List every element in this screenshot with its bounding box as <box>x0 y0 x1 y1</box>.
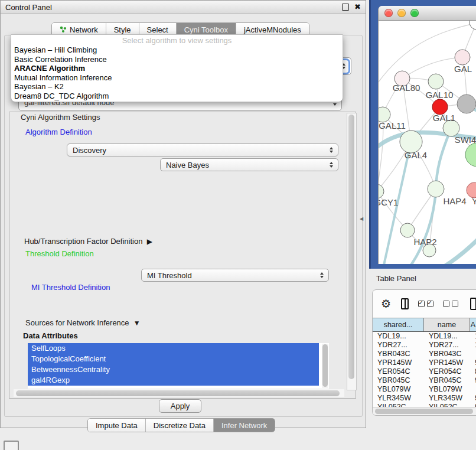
node-label-gal10: GAL10 <box>426 90 454 100</box>
expander-arrow-icon[interactable]: ▶ <box>147 237 152 246</box>
table-panel: ⚙ shared...nameA YDL19...YDL19...13YDR27… <box>372 289 476 416</box>
control-panel-titlebar[interactable]: Control Panel ✖ <box>1 1 366 14</box>
aracne-mode-combo[interactable]: Discovery <box>67 144 338 156</box>
algorithm-option-mutual-information-inference[interactable]: Mutual Information Inference <box>11 73 343 83</box>
table-row[interactable]: YPR145WYPR145W9. <box>373 358 476 367</box>
network-node[interactable] <box>470 21 476 30</box>
table-horizontal-scrollbar[interactable] <box>373 407 476 416</box>
deselect-columns-icon[interactable] <box>443 301 458 307</box>
table-cell <box>470 350 476 358</box>
node-label-gcy1: GCY1 <box>379 197 398 207</box>
close-traffic-light-icon[interactable] <box>384 9 393 17</box>
which-threshold-combo[interactable]: MI Threshold <box>141 269 329 282</box>
desktop: Control Panel ✖ NetworkStyleSelectCyni T… <box>0 0 476 450</box>
network-edge <box>442 229 476 264</box>
network-node-gal[interactable] <box>455 50 470 65</box>
node-label-gal: GAL <box>454 64 472 74</box>
table-row[interactable]: YER054CYER054C8. <box>373 367 476 376</box>
attribute-item-betweennesscentrality[interactable]: BetweennessCentrality <box>28 364 319 375</box>
table-cell: YER054C <box>424 367 470 376</box>
node-label-gal80: GAL80 <box>393 83 420 93</box>
network-node[interactable] <box>465 143 476 167</box>
table-cell: YLR345W <box>373 394 424 403</box>
zoom-traffic-light-icon[interactable] <box>410 9 419 17</box>
document-icon[interactable] <box>470 298 476 310</box>
minimized-panel-icon[interactable] <box>4 441 19 450</box>
gear-icon[interactable]: ⚙ <box>381 297 391 311</box>
data-attributes-list[interactable]: SelfLoopsTopologicalCoefficientBetweenne… <box>28 343 329 389</box>
threshold-definition-title: Threshold Definition <box>23 250 96 257</box>
node-label-hap2: HAP2 <box>413 237 436 247</box>
attribute-item-selfloops[interactable]: SelfLoops <box>28 343 319 354</box>
network-node[interactable] <box>457 94 476 113</box>
network-window[interactable]: GALGAL80GAL10GAL1GAL11SWI4GAL4GCY1HAP4YH… <box>378 6 476 264</box>
tab-impute-data[interactable]: Impute Data <box>88 419 145 432</box>
network-node-hap4[interactable] <box>428 181 444 197</box>
network-node-hap2[interactable] <box>400 223 415 237</box>
hub-definition-expander[interactable]: Hub/Transcription Factor Definition ▶ <box>24 237 152 246</box>
table-cell: 12 <box>470 341 476 350</box>
control-panel-title: Control Panel <box>1 3 52 12</box>
combo-stepper-icon[interactable] <box>317 270 326 281</box>
splitpane-collapse-icon[interactable]: ◀ <box>360 216 363 221</box>
table-row[interactable]: YBR045CYBR045C9. <box>373 376 476 385</box>
network-icon <box>60 26 67 33</box>
network-canvas[interactable]: GALGAL80GAL10GAL1GAL11SWI4GAL4GCY1HAP4YH… <box>379 21 476 264</box>
table-row[interactable]: YDL19...YDL19...13 <box>373 332 476 341</box>
network-node-gcy1[interactable] <box>379 184 384 198</box>
column-header-shared[interactable]: shared... <box>373 318 424 331</box>
tab-infer-network[interactable]: Infer Network <box>213 419 275 432</box>
network-node-gal10[interactable] <box>428 74 444 89</box>
algorithm-option-aracne-algorithm[interactable]: ARACNE Algorithm <box>11 64 343 73</box>
table-body: YDL19...YDL19...13YDR27...YDR27...12YBR0… <box>373 332 476 412</box>
node-label-swi4: SWI4 <box>455 135 476 145</box>
mi-algorithm-type-combo[interactable]: Naive Bayes <box>160 158 338 171</box>
algorithm-option-bayesian-hill-climbing[interactable]: Bayesian – Hill Climbing <box>11 45 343 55</box>
table-row[interactable]: YLR345WYLR345W9. <box>373 394 476 403</box>
apply-button[interactable]: Apply <box>159 399 201 413</box>
table-cell: YLR345W <box>424 394 470 403</box>
table-cell: YDL19... <box>373 332 424 341</box>
attributes-scrollbar[interactable] <box>322 344 328 388</box>
table-row[interactable]: YBR043CYBR043C <box>373 350 476 358</box>
table-row[interactable]: YDR27...YDR27...12 <box>373 341 476 350</box>
table-row[interactable]: YBL079WYBL079W <box>373 385 476 394</box>
mi-threshold-title: MI Threshold Definition <box>29 283 112 291</box>
algorithm-option-bayesian-k2[interactable]: Bayesian – K2 <box>11 82 343 92</box>
collapse-arrow-icon[interactable]: ▼ <box>133 319 141 327</box>
node-label-gal1: GAL1 <box>433 113 455 123</box>
node-label-gal4: GAL4 <box>405 150 427 160</box>
table-cell: YBR043C <box>424 350 470 358</box>
tab-discretize-data[interactable]: Discretize Data <box>145 419 213 432</box>
float-window-icon[interactable] <box>342 4 349 11</box>
control-panel-window: Control Panel ✖ NetworkStyleSelectCyni T… <box>0 0 366 428</box>
minimize-traffic-light-icon[interactable] <box>397 9 406 17</box>
algorithm-option-dream8-dc-tdc-algorithm[interactable]: Dream8 DC_TDC Algorithm <box>11 92 343 101</box>
algorithm-popup-hint: Select algorithm to view settings <box>11 35 343 45</box>
attribute-item-topologicalcoefficient[interactable]: TopologicalCoefficient <box>28 354 319 364</box>
table-cell: 13 <box>470 332 476 341</box>
table-cell: YPR145W <box>373 358 424 367</box>
algorithm-option-basic-correlation-inference[interactable]: Basic Correlation Inference <box>11 55 343 64</box>
select-columns-icon[interactable] <box>418 301 433 307</box>
column-header-a[interactable]: A <box>470 318 476 331</box>
table-cell: YBR043C <box>373 350 424 358</box>
table-cell <box>470 385 476 394</box>
table-toolbar: ⚙ <box>373 290 476 318</box>
table-cell: YDL19... <box>424 332 470 341</box>
cyni-algorithm-settings-title: Cyni Algorithm Settings <box>18 113 102 121</box>
column-layout-icon[interactable] <box>401 298 409 309</box>
settings-horizontal-scrollbar[interactable] <box>14 389 344 397</box>
table-cell: YDR27... <box>373 341 424 350</box>
attribute-item-gal4rgexp[interactable]: gal4RGexp <box>28 375 319 386</box>
column-header-name[interactable]: name <box>424 318 470 331</box>
table-cell: 8. <box>470 367 476 376</box>
settings-vertical-scrollbar[interactable] <box>347 113 357 390</box>
combo-stepper-icon[interactable] <box>327 160 335 170</box>
combo-stepper-icon[interactable] <box>327 145 335 155</box>
close-icon[interactable]: ✖ <box>354 4 361 10</box>
table-cell: YPR145W <box>424 358 470 367</box>
sources-title[interactable]: Sources for Network Inference ▼ <box>23 319 143 327</box>
network-window-titlebar[interactable] <box>379 6 476 21</box>
table-cell: 9. <box>470 358 476 367</box>
